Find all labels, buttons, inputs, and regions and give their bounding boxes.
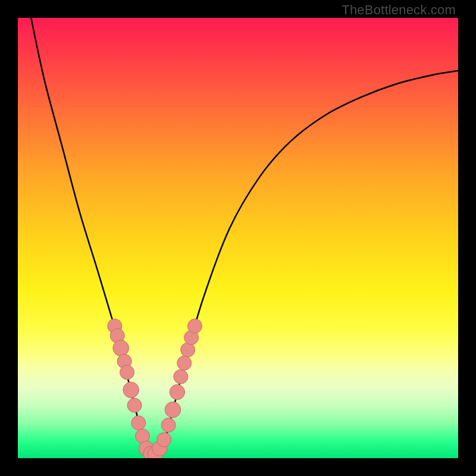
curve-layer — [18, 18, 458, 458]
curve-markers — [108, 319, 202, 458]
curve-marker — [177, 356, 192, 370]
curve-marker — [113, 340, 129, 356]
plot-area — [18, 18, 458, 458]
watermark-text: TheBottleneck.com — [342, 2, 456, 18]
chart-frame: TheBottleneck.com — [0, 0, 476, 476]
bottleneck-curve — [31, 18, 458, 455]
curve-marker — [165, 402, 181, 418]
curve-marker — [120, 365, 134, 380]
curve-marker — [174, 369, 188, 384]
curve-marker — [157, 433, 171, 447]
curve-marker — [170, 384, 184, 399]
curve-marker — [161, 418, 176, 433]
curve-marker — [127, 398, 142, 412]
curve-marker — [181, 343, 195, 357]
curve-marker — [187, 319, 202, 333]
curve-marker — [131, 416, 146, 430]
curve-marker — [123, 382, 139, 398]
